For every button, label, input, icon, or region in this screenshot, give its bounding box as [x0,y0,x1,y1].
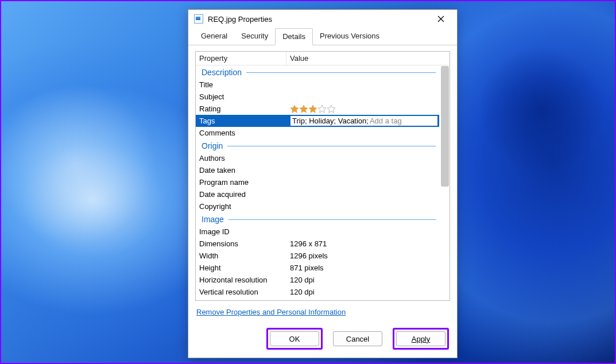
close-button[interactable] [429,11,452,27]
prop-comments-label: Comments [199,129,286,137]
prop-rating-value[interactable] [286,104,439,114]
properties-dialog: REQ.jpg Properties General Security Deta… [188,9,458,358]
prop-subject-label: Subject [199,92,286,101]
prop-hres-value: 120 dpi [286,276,439,284]
star-icon [290,104,299,114]
row-subject[interactable]: Subject [196,91,439,103]
remove-properties-link[interactable]: Remove Properties and Personal Informati… [196,308,346,316]
star-icon [317,104,327,114]
apply-button[interactable]: Apply [396,331,445,346]
prop-hres-label: Horizontal resolution [199,276,286,284]
window-title: REQ.jpg Properties [208,15,425,24]
prop-vres-value: 120 dpi [286,288,439,296]
row-width[interactable]: Width 1296 pixels [196,250,439,262]
star-icon [308,104,317,114]
prop-date-taken-label: Date taken [199,166,286,175]
tab-previous-versions[interactable]: Previous Versions [313,28,386,45]
row-height[interactable]: Height 871 pixels [196,262,439,274]
remove-properties-row: Remove Properties and Personal Informati… [195,301,450,322]
column-headers: Property Value [196,52,450,65]
titlebar: REQ.jpg Properties [188,10,457,28]
group-origin: Origin [196,139,439,152]
group-image-label: Image [202,215,224,224]
prop-tags-value[interactable]: Trip; Holiday; Vacation; Add a tag [286,115,439,126]
tab-general[interactable]: General [194,28,234,45]
tags-input[interactable]: Trip; Holiday; Vacation; Add a tag [290,115,438,126]
rating-stars[interactable] [290,104,439,114]
prop-program-name-label: Program name [199,178,286,187]
row-title[interactable]: Title [196,79,439,91]
row-tags[interactable]: Tags Trip; Holiday; Vacation; Add a tag [196,115,439,127]
row-copyright[interactable]: Copyright [196,200,439,212]
apply-highlight: Apply [393,328,449,350]
prop-copyright-label: Copyright [199,202,286,211]
row-program-name[interactable]: Program name [196,176,439,188]
prop-title-label: Title [199,80,286,89]
row-dimensions[interactable]: Dimensions 1296 x 871 [196,238,439,250]
prop-dimensions-value: 1296 x 871 [286,239,439,248]
prop-date-acquired-label: Date acquired [199,190,286,199]
ok-highlight: OK [266,328,323,350]
column-property[interactable]: Property [196,52,286,65]
dialog-buttons: OK Cancel Apply [188,322,457,358]
cancel-wrap: Cancel [330,328,386,350]
file-icon [194,14,203,24]
scrollbar-thumb[interactable] [441,66,449,187]
details-list: Property Value Description Title Subject [195,51,450,301]
prop-dimensions-label: Dimensions [199,239,286,248]
tab-details[interactable]: Details [275,28,313,45]
group-description: Description [196,65,439,79]
star-icon [299,104,308,114]
row-rating[interactable]: Rating [196,103,439,115]
prop-width-label: Width [199,251,286,260]
prop-authors-label: Authors [199,154,286,162]
prop-rating-label: Rating [199,104,286,113]
row-vres[interactable]: Vertical resolution 120 dpi [196,286,439,298]
row-hres[interactable]: Horizontal resolution 120 dpi [196,274,439,286]
close-icon [437,16,444,22]
tab-strip: General Security Details Previous Versio… [188,28,457,45]
column-value[interactable]: Value [286,54,450,63]
tab-content: Property Value Description Title Subject [188,45,457,322]
cancel-button[interactable]: Cancel [333,331,382,346]
prop-image-id-label: Image ID [199,227,286,236]
ok-button[interactable]: OK [270,331,319,346]
tags-text: Trip; Holiday; Vacation; [292,117,369,125]
prop-tags-label: Tags [199,117,286,125]
tags-placeholder: Add a tag [370,117,402,125]
tab-security[interactable]: Security [234,28,275,45]
scroll-area: Description Title Subject Rating [196,65,450,300]
prop-height-value: 871 pixels [286,264,439,272]
row-image-id[interactable]: Image ID [196,226,439,238]
prop-height-label: Height [199,264,286,272]
prop-width-value: 1296 pixels [286,251,439,260]
group-origin-label: Origin [202,141,223,150]
group-image: Image [196,212,439,226]
group-description-label: Description [202,68,242,77]
row-date-acquired[interactable]: Date acquired [196,188,439,200]
prop-vres-label: Vertical resolution [199,288,286,296]
row-date-taken[interactable]: Date taken [196,164,439,176]
row-authors[interactable]: Authors [196,152,439,164]
star-icon [327,104,336,114]
row-comments[interactable]: Comments [196,127,439,139]
